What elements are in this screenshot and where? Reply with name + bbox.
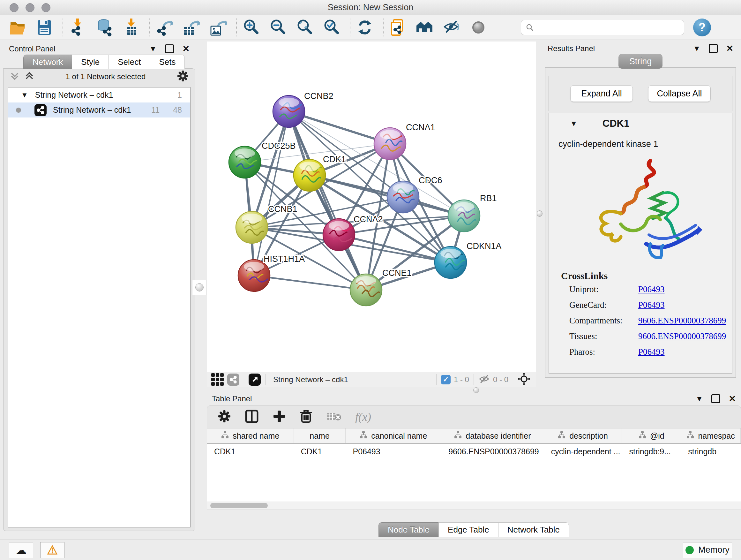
network-node-ccnb2[interactable] xyxy=(273,96,305,127)
crosslink-link[interactable]: P06493 xyxy=(638,285,665,294)
string-home-button[interactable] xyxy=(415,18,434,37)
export-table-button[interactable] xyxy=(182,18,200,37)
cell[interactable]: stringdb xyxy=(681,447,741,456)
delete-column-button[interactable] xyxy=(300,409,313,425)
column-header-canonical-name[interactable]: canonical name xyxy=(346,428,441,443)
network-node-cdc25b[interactable] xyxy=(229,146,261,178)
column-header-name[interactable]: name xyxy=(294,428,346,443)
expand-all-networks-icon[interactable] xyxy=(24,71,34,82)
cell[interactable]: CDK1 xyxy=(294,447,346,456)
network-collection-row[interactable]: ▼ String Network – cdk1 1 xyxy=(8,87,190,103)
memory-button[interactable]: Memory xyxy=(683,542,732,558)
export-image-button[interactable] xyxy=(209,18,227,37)
tab-style[interactable]: Style xyxy=(72,55,109,69)
open-in-new-window-icon[interactable] xyxy=(249,374,261,386)
network-node-rb1[interactable] xyxy=(448,200,480,232)
network-edge[interactable] xyxy=(254,111,289,275)
cell[interactable]: P06493 xyxy=(346,447,441,456)
expand-all-button[interactable]: Expand All xyxy=(570,85,633,102)
horizontal-scrollbar[interactable] xyxy=(207,502,741,509)
tab-select[interactable]: Select xyxy=(109,55,150,69)
selected-items-checkbox[interactable]: ✓ xyxy=(441,375,451,384)
crosslink-link[interactable]: P06493 xyxy=(638,347,665,357)
zoom-in-button[interactable] xyxy=(242,18,260,37)
network-share-icon[interactable] xyxy=(227,374,239,386)
collection-expand-caret-icon[interactable]: ▼ xyxy=(21,91,28,99)
right-splitter-grip[interactable] xyxy=(537,207,542,220)
column-header-shared-name[interactable]: shared name xyxy=(207,428,294,443)
collapse-all-networks-icon[interactable] xyxy=(10,71,19,82)
cell[interactable]: 9606.ENSP00000378699 xyxy=(441,447,544,456)
scrollbar-thumb[interactable] xyxy=(210,503,268,508)
tab-network[interactable]: Network xyxy=(23,55,72,69)
fit-selected-crosshair-icon[interactable] xyxy=(518,373,530,387)
close-panel-icon[interactable]: ✕ xyxy=(726,44,733,53)
help-button[interactable]: ? xyxy=(693,18,711,37)
import-database-button[interactable] xyxy=(95,18,114,37)
results-scroll-area[interactable]: ▼ CDK1 cyclin-dependent kinase 1 CrossLi… xyxy=(549,113,732,374)
panel-menu-caret-icon[interactable]: ▼ xyxy=(149,45,157,53)
graphics-details-button[interactable] xyxy=(442,18,461,37)
close-panel-icon[interactable]: ✕ xyxy=(729,395,736,403)
network-node-hist1h1a[interactable] xyxy=(238,260,270,292)
network-node-ccne1[interactable] xyxy=(350,274,382,306)
float-panel-icon[interactable] xyxy=(709,44,718,53)
import-network-button[interactable] xyxy=(68,18,87,37)
cloud-button[interactable]: ☁ xyxy=(9,542,33,558)
crosslink-link[interactable]: 9606.ENSP00000378699 xyxy=(638,316,726,326)
zoom-out-button[interactable] xyxy=(269,18,287,37)
function-builder-button[interactable]: f(x) xyxy=(355,410,371,424)
clone-network-button[interactable] xyxy=(389,18,407,37)
show-columns-button[interactable] xyxy=(245,409,259,425)
cell[interactable]: cyclin-dependent ... xyxy=(544,447,622,456)
result-entry-header[interactable]: ▼ CDK1 xyxy=(549,113,732,134)
birds-eye-grid-icon[interactable] xyxy=(211,370,225,389)
tab-sets[interactable]: Sets xyxy=(150,55,185,69)
network-node-cdc6[interactable] xyxy=(387,181,419,213)
table-settings-gear-button[interactable] xyxy=(218,410,231,424)
network-options-gear-icon[interactable] xyxy=(177,70,189,83)
network-node-ccnb1[interactable] xyxy=(236,211,268,243)
warnings-button[interactable]: ⚠ xyxy=(40,542,64,558)
add-column-button[interactable] xyxy=(273,410,286,424)
column-header--id[interactable]: @id xyxy=(622,428,681,443)
zoom-fit-button[interactable] xyxy=(295,18,314,37)
collapse-all-button[interactable]: Collapse All xyxy=(648,85,711,102)
cell[interactable]: CDK1 xyxy=(207,447,294,456)
hidden-items-eye-slash-icon[interactable] xyxy=(478,373,490,386)
inactive-eye-button[interactable] xyxy=(469,18,488,37)
cell[interactable]: stringdb:9... xyxy=(622,447,681,456)
close-panel-icon[interactable]: ✕ xyxy=(182,45,190,53)
network-node-ccna2[interactable] xyxy=(323,219,355,251)
column-header-database-identifier[interactable]: database identifier xyxy=(441,428,544,443)
crosslink-link[interactable]: 9606.ENSP00000378699 xyxy=(638,331,726,341)
panel-menu-caret-icon[interactable]: ▼ xyxy=(693,45,701,52)
network-node-cdkn1a[interactable] xyxy=(434,246,467,278)
search-input[interactable] xyxy=(534,23,676,32)
bottom-splitter-grip[interactable] xyxy=(470,388,482,393)
search-box[interactable] xyxy=(521,20,684,35)
network-edge[interactable] xyxy=(254,275,366,290)
save-session-button[interactable] xyxy=(35,18,54,37)
delete-table-button[interactable] xyxy=(327,411,341,423)
entry-expand-caret-icon[interactable]: ▼ xyxy=(570,119,578,128)
crosslink-link[interactable]: P06493 xyxy=(638,300,665,310)
float-panel-icon[interactable] xyxy=(711,394,720,403)
network-row[interactable]: String Network – cdk1 11 48 xyxy=(8,103,190,118)
open-session-button[interactable] xyxy=(8,18,27,37)
refresh-button[interactable] xyxy=(355,18,374,37)
export-network-button[interactable] xyxy=(155,18,174,37)
column-header-description[interactable]: description xyxy=(544,428,622,443)
import-table-button[interactable] xyxy=(122,18,140,37)
float-panel-icon[interactable] xyxy=(165,44,174,53)
network-node-cdk1[interactable] xyxy=(293,159,326,191)
column-header-namespac[interactable]: namespac xyxy=(681,428,741,443)
tab-string[interactable]: String xyxy=(618,54,663,69)
tab-edge-table[interactable]: Edge Table xyxy=(439,522,498,537)
table-row[interactable]: CDK1CDK1P064939606.ENSP00000378699cyclin… xyxy=(207,444,741,459)
left-splitter-grip[interactable] xyxy=(192,280,207,295)
tab-node-table[interactable]: Node Table xyxy=(379,522,439,537)
zoom-selected-button[interactable] xyxy=(322,18,341,37)
network-canvas[interactable]: CCNB2CCNA1CDC25BCDK1CDC6RB1CCNB1CCNA2CDK… xyxy=(207,42,536,372)
panel-menu-caret-icon[interactable]: ▼ xyxy=(696,395,703,402)
